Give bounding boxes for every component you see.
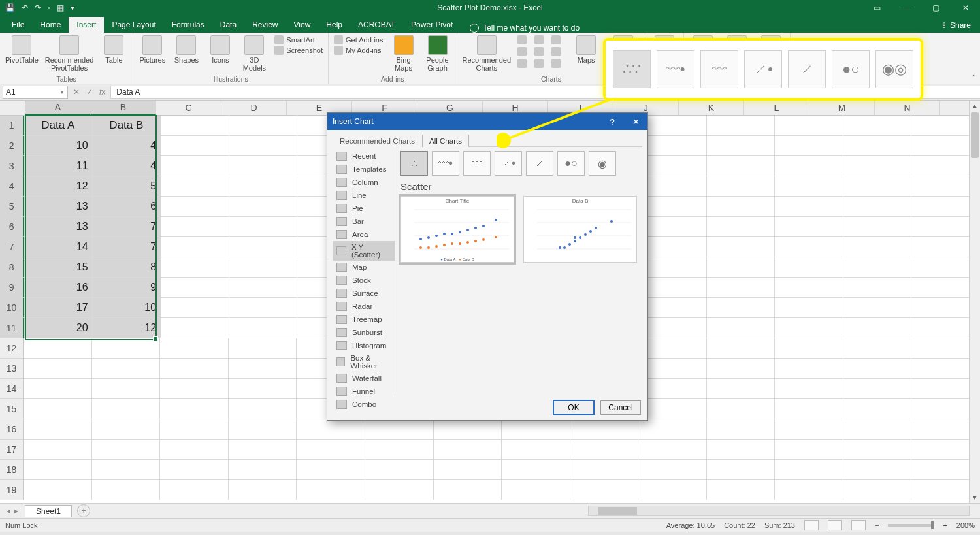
cell[interactable] xyxy=(775,338,843,359)
cell[interactable]: 12 xyxy=(93,318,161,338)
new-sheet-button[interactable]: + xyxy=(77,504,90,517)
cell[interactable] xyxy=(638,460,707,480)
cell[interactable] xyxy=(843,278,911,298)
tab-review[interactable]: Review xyxy=(244,17,286,33)
page-layout-view-button[interactable] xyxy=(828,520,842,530)
cell[interactable] xyxy=(775,257,843,278)
cell[interactable] xyxy=(502,460,570,480)
subtype-scatter-icon[interactable]: ∴ xyxy=(400,151,428,176)
minimize-button[interactable]: — xyxy=(892,0,921,16)
cell[interactable] xyxy=(229,298,297,318)
ok-button[interactable]: OK xyxy=(553,400,594,415)
cell[interactable] xyxy=(775,440,843,460)
cell[interactable] xyxy=(570,480,639,500)
my-addins-button[interactable]: My Add-ins xyxy=(334,46,383,55)
cell[interactable] xyxy=(160,399,229,419)
chart-preview-1[interactable]: Chart Title ● Data A ● Data B xyxy=(400,196,514,263)
undo-icon[interactable]: ↶ xyxy=(22,3,28,12)
cell[interactable] xyxy=(843,359,912,379)
cell[interactable] xyxy=(24,480,92,500)
smartart-button[interactable]: SmartArt xyxy=(274,35,323,44)
cell[interactable] xyxy=(843,440,912,460)
cell[interactable]: 5 xyxy=(93,176,161,197)
recommended-charts-button[interactable]: Recommended Charts xyxy=(463,35,512,72)
cell[interactable]: 10 xyxy=(93,298,161,318)
select-all-corner[interactable] xyxy=(0,101,25,115)
cell[interactable] xyxy=(775,480,843,500)
cell[interactable] xyxy=(843,419,912,440)
recommended-pivottables-button[interactable]: Recommended PivotTables xyxy=(45,35,94,72)
cancel-button[interactable]: Cancel xyxy=(600,400,641,415)
cell[interactable] xyxy=(297,480,365,500)
cell[interactable]: 20 xyxy=(24,318,92,338)
cell[interactable] xyxy=(229,278,297,298)
cell[interactable]: Data A xyxy=(24,116,92,136)
cell[interactable] xyxy=(160,460,229,480)
cell[interactable] xyxy=(92,480,161,500)
screenshot-button[interactable]: Screenshot xyxy=(274,46,323,55)
enter-formula-icon[interactable]: ✓ xyxy=(86,88,93,97)
cell[interactable] xyxy=(775,217,843,237)
tab-help[interactable]: Help xyxy=(318,17,350,33)
zoom-in-button[interactable]: + xyxy=(943,521,947,529)
cell[interactable]: 7 xyxy=(93,237,161,257)
cell[interactable] xyxy=(638,278,706,298)
zoom-out-button[interactable]: − xyxy=(875,521,879,529)
cell[interactable] xyxy=(707,217,775,237)
subtype-scatter-smooth-markers-icon[interactable]: 〰• xyxy=(432,151,459,176)
cell[interactable] xyxy=(843,318,911,338)
cell[interactable] xyxy=(24,338,92,359)
cell[interactable] xyxy=(229,318,297,338)
cell[interactable] xyxy=(707,359,776,379)
cell[interactable] xyxy=(229,399,297,419)
cell[interactable] xyxy=(638,176,706,197)
cell[interactable] xyxy=(297,440,365,460)
dialog-titlebar[interactable]: Insert Chart ? ✕ xyxy=(327,113,647,130)
cell[interactable] xyxy=(24,460,92,480)
qat-icon2[interactable]: ▦ xyxy=(57,3,64,12)
row-header[interactable]: 10 xyxy=(0,298,24,318)
row-header[interactable]: 12 xyxy=(0,338,24,359)
cell[interactable] xyxy=(707,318,775,338)
chart-category-item[interactable]: Map xyxy=(333,261,395,274)
cell[interactable] xyxy=(434,460,502,480)
cell[interactable] xyxy=(502,480,570,500)
cell[interactable] xyxy=(843,338,912,359)
zoom-slider[interactable] xyxy=(888,524,934,527)
row-header[interactable]: 8 xyxy=(0,257,24,278)
pictures-button[interactable]: Pictures xyxy=(139,35,166,64)
tab-insert[interactable]: Insert xyxy=(69,17,104,33)
cell[interactable] xyxy=(638,136,706,156)
chart-category-item[interactable]: Radar xyxy=(333,300,395,313)
cell[interactable] xyxy=(365,419,434,440)
name-box[interactable]: A1▼ xyxy=(3,86,68,99)
cell[interactable] xyxy=(775,399,843,419)
chart-category-item[interactable]: Combo xyxy=(333,398,395,411)
cell[interactable]: 9 xyxy=(93,278,161,298)
cell[interactable] xyxy=(775,359,843,379)
scatter-straight-lines-icon[interactable]: ⟋ xyxy=(788,50,826,88)
row-header[interactable]: 5 xyxy=(0,197,24,217)
chart-type-icon[interactable] xyxy=(551,59,561,68)
cell[interactable]: 10 xyxy=(24,136,92,156)
bubble-icon[interactable]: ●○ xyxy=(832,50,870,88)
cell[interactable] xyxy=(843,480,912,500)
cell[interactable] xyxy=(707,460,776,480)
row-header[interactable]: 3 xyxy=(0,156,24,176)
row-header[interactable]: 7 xyxy=(0,237,24,257)
qat-more-icon[interactable]: ▾ xyxy=(71,3,74,12)
maximize-button[interactable]: ▢ xyxy=(921,0,951,16)
chart-type-icon[interactable] xyxy=(517,47,527,56)
cell[interactable] xyxy=(160,338,229,359)
cell[interactable]: 4 xyxy=(93,136,161,156)
cell[interactable] xyxy=(707,480,776,500)
cell[interactable] xyxy=(775,278,843,298)
dialog-tab-all[interactable]: All Charts xyxy=(422,135,469,147)
tell-me-search[interactable]: Tell me what you want to do xyxy=(470,24,580,33)
cell[interactable] xyxy=(843,460,912,480)
scatter-smooth-lines-icon[interactable]: 〰 xyxy=(700,50,738,88)
cell[interactable] xyxy=(775,419,843,440)
cell[interactable] xyxy=(775,318,843,338)
qat-icon[interactable]: ▫ xyxy=(48,3,50,12)
cell[interactable] xyxy=(160,379,229,399)
